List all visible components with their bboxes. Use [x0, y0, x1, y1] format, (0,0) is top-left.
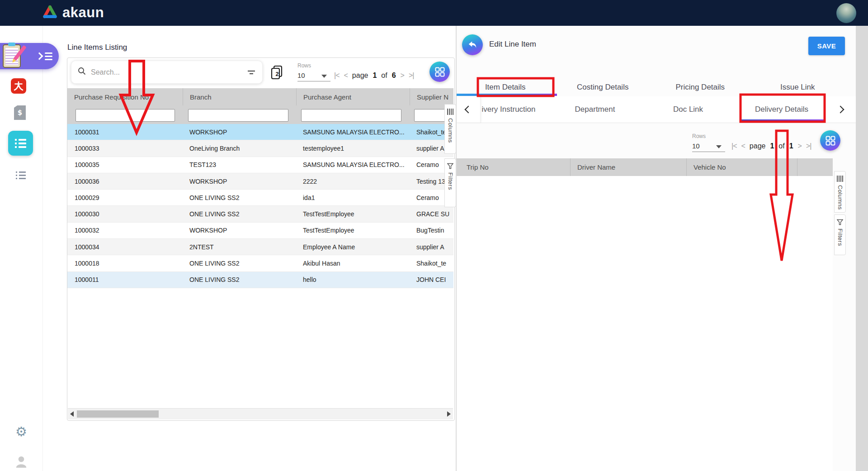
pr-table-header: Purchase Requisition No Branch Purchase …	[67, 88, 453, 105]
sidebar-active-module[interactable]	[0, 43, 59, 69]
prev-page-button[interactable]: <	[344, 71, 348, 80]
tab-delivery-details[interactable]: Delivery Details	[755, 96, 808, 123]
table-cell: hello	[296, 276, 410, 283]
tab-issue-link[interactable]: Issue Link	[749, 83, 847, 92]
table-row[interactable]: 1000033OneLiving Branchtestemployee1supp…	[67, 140, 453, 157]
last-page-button[interactable]: >|	[806, 142, 811, 150]
column-header[interactable]: Purchase Requisition No	[67, 88, 183, 105]
table-row[interactable]: 1000018ONE LIVING SS2Akibul HasanShaikot…	[67, 255, 453, 271]
tabs-scroll-right-button[interactable]	[825, 96, 856, 123]
first-page-button[interactable]: |<	[334, 71, 340, 80]
filters-side-tab[interactable]: Filters	[834, 214, 846, 255]
table-cell: 2222	[296, 178, 410, 185]
line-items-card: 2 Rows 10 |< < page 1 of 6 > >|	[67, 57, 455, 421]
sidebar-item-listing[interactable]	[14, 170, 28, 181]
duplicate-pages-icon[interactable]: 2	[271, 65, 283, 81]
cjk-character-icon	[13, 81, 24, 91]
tab-item-details[interactable]: Item Details	[457, 83, 554, 92]
sidebar-item-invoice[interactable]: $	[14, 105, 26, 120]
table-cell: JOHN CEI	[410, 276, 453, 283]
table-cell: OneLiving Branch	[183, 145, 296, 152]
save-button[interactable]: SAVE	[808, 37, 845, 55]
table-cell: GRACE SU	[410, 210, 453, 218]
last-page-button[interactable]: >|	[409, 71, 414, 80]
column-filter-input[interactable]	[301, 109, 401, 122]
columns-side-tab[interactable]: Columns	[834, 171, 846, 213]
tab-department[interactable]: Department	[575, 96, 615, 123]
sidebar-item-line-items-active[interactable]	[8, 131, 33, 156]
table-cell: 2NTEST	[183, 243, 296, 251]
scroll-left-icon[interactable]	[70, 411, 74, 417]
first-page-button[interactable]: |<	[731, 142, 737, 150]
sidebar: $ ⚙	[0, 26, 43, 471]
table-row[interactable]: 1000031WORKSHOPSAMSUNG MALAYSIA ELECTRO.…	[67, 124, 453, 140]
table-cell: ONE LIVING SS2	[183, 194, 296, 201]
rows-dropdown-arrow-icon[interactable]	[716, 145, 722, 148]
back-arrow-icon	[467, 39, 478, 50]
column-filter-input[interactable]	[188, 109, 288, 122]
window-scrollbar-track[interactable]	[856, 26, 868, 471]
table-cell: 1000031	[67, 128, 183, 136]
page-word: page	[352, 71, 368, 80]
column-header[interactable]: Branch	[183, 88, 296, 105]
columns-bars-icon	[836, 176, 844, 182]
tab-pricing-details[interactable]: Pricing Details	[651, 83, 749, 92]
table-row[interactable]: 1000036WORKSHOP2222Testing 13	[67, 173, 453, 190]
brand-logo[interactable]: akaun	[42, 4, 104, 21]
rows-dropdown-arrow-icon[interactable]	[321, 75, 327, 78]
table-row[interactable]: 1000030ONE LIVING SS2TestTestEmployeeGRA…	[67, 206, 453, 222]
columns-side-tab[interactable]: Columns	[444, 104, 456, 154]
tab-delivery-instruction[interactable]: ivery Instruction	[481, 96, 535, 123]
pagination: |< < page 1 of 6 > >|	[334, 71, 414, 80]
rows-per-page-control[interactable]: Rows 10	[692, 133, 725, 152]
user-avatar[interactable]	[836, 3, 856, 23]
table-cell: SAMSUNG MALAYSIA ELECTRO...	[296, 161, 410, 168]
svg-text:2: 2	[276, 71, 279, 77]
page-word: page	[750, 142, 766, 150]
table-cell: WORKSHOP	[183, 178, 296, 185]
column-header[interactable]: Supplier N	[410, 88, 453, 105]
table-row[interactable]: 10000342NTESTEmployee A Namesupplier A	[67, 239, 453, 255]
table-row[interactable]: 1000029ONE LIVING SS2ida1Ceramo	[67, 190, 453, 206]
back-button[interactable]	[462, 34, 483, 55]
expand-menu-icon[interactable]	[37, 51, 52, 62]
table-cell: 1000032	[67, 227, 183, 234]
column-filter-input[interactable]	[75, 109, 175, 122]
column-header[interactable]: Vehicle No	[686, 158, 797, 176]
table-cell: ONE LIVING SS2	[183, 276, 296, 283]
table-row[interactable]: 1000035TEST123SAMSUNG MALAYSIA ELECTRO..…	[67, 157, 453, 173]
rows-per-page-control[interactable]: Rows 10	[297, 62, 330, 81]
search-input[interactable]	[90, 68, 248, 77]
tab-doc-link[interactable]: Doc Link	[673, 96, 703, 123]
delivery-table-body	[457, 176, 833, 471]
delivery-table-header: Trip No Driver Name Vehicle No	[457, 158, 833, 176]
next-page-button[interactable]: >	[401, 71, 404, 80]
next-page-button[interactable]: >	[798, 142, 802, 150]
grid-view-button[interactable]	[429, 62, 450, 82]
prev-page-button[interactable]: <	[741, 142, 745, 150]
column-header[interactable]: Trip No	[457, 158, 570, 176]
table-cell: TEST123	[183, 161, 296, 168]
filter-list-icon[interactable]	[248, 71, 255, 74]
table-cell: 1000034	[67, 243, 183, 251]
page-title: Line Items Listing	[67, 43, 127, 52]
tabs-scroll-left-button[interactable]	[457, 96, 481, 123]
table-cell: 1000030	[67, 210, 183, 218]
pr-table-body: 1000031WORKSHOPSAMSUNG MALAYSIA ELECTRO.…	[67, 124, 453, 288]
scrollbar-thumb[interactable]	[77, 410, 159, 418]
active-tab-indicator	[457, 94, 557, 96]
table-cell: WORKSHOP	[183, 128, 296, 136]
filters-side-tab[interactable]: Filters	[444, 158, 456, 207]
table-row[interactable]: 1000011ONE LIVING SS2helloJOHN CEI	[67, 272, 453, 288]
sidebar-item-red-app[interactable]	[11, 78, 26, 94]
tab-costing-details[interactable]: Costing Details	[554, 83, 652, 92]
columns-tab-label: Columns	[447, 118, 454, 143]
settings-gear-icon[interactable]: ⚙	[14, 424, 29, 439]
column-header[interactable]: Driver Name	[570, 158, 686, 176]
horizontal-scrollbar[interactable]	[68, 408, 453, 419]
column-header[interactable]: Purchase Agent	[296, 88, 410, 105]
table-row[interactable]: 1000032WORKSHOPTestTestEmployeeBugTestin	[67, 223, 453, 239]
grid-view-button[interactable]	[820, 130, 840, 151]
profile-person-icon[interactable]	[14, 454, 28, 469]
scroll-right-icon[interactable]	[447, 411, 451, 417]
